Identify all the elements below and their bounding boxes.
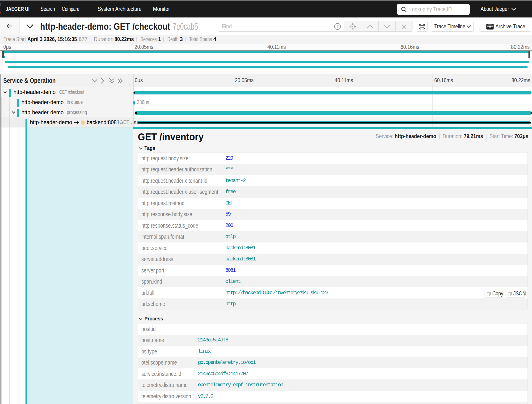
svg-text:?: ?	[336, 24, 338, 29]
